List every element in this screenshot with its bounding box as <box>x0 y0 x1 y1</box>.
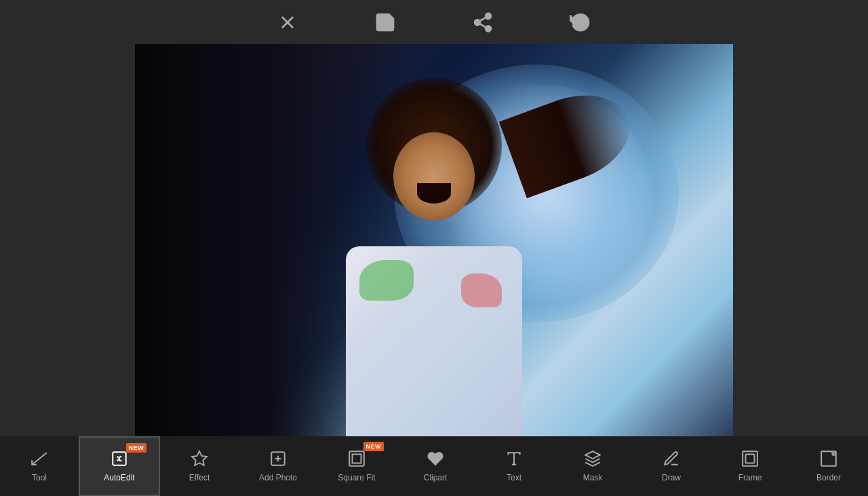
text-icon <box>505 450 523 470</box>
clipart-icon <box>427 450 444 470</box>
tool-squarefit[interactable]: NEW Square Fit <box>317 436 396 496</box>
draw-label: Draw <box>662 473 681 482</box>
close-button[interactable] <box>273 7 302 37</box>
border-label: Border <box>816 473 841 482</box>
svg-line-5 <box>479 24 486 27</box>
bottom-toolbar: Tool NEW AutoEdit Effect <box>0 436 868 496</box>
canvas-area <box>0 44 868 436</box>
face <box>393 132 475 221</box>
svg-rect-15 <box>353 455 361 463</box>
addphoto-label: Add Photo <box>259 473 297 482</box>
tool-addphoto[interactable]: Add Photo <box>239 436 317 496</box>
squarefit-icon <box>348 450 366 470</box>
svg-rect-19 <box>746 455 755 463</box>
frame-label: Frame <box>738 473 762 482</box>
clipart-label: Clipart <box>424 473 448 482</box>
tool-border[interactable]: Border <box>789 436 868 496</box>
share-button[interactable] <box>468 7 498 37</box>
svg-point-3 <box>475 20 480 25</box>
autoedit-label: AutoEdit <box>104 473 134 482</box>
frame-icon <box>741 450 759 470</box>
border-icon <box>820 450 837 470</box>
tool-text[interactable]: Text <box>475 436 553 496</box>
squarefit-new-badge: NEW <box>363 442 384 451</box>
tool-clipart[interactable]: Clipart <box>396 436 475 496</box>
tool-icon <box>31 450 48 470</box>
squarefit-label: Square Fit <box>338 473 375 482</box>
save-button[interactable] <box>370 7 400 37</box>
svg-rect-18 <box>743 451 757 466</box>
svg-line-6 <box>479 17 486 20</box>
addphoto-icon <box>269 450 287 470</box>
mask-icon <box>584 450 601 470</box>
svg-line-7 <box>32 453 47 464</box>
tool-frame[interactable]: Frame <box>711 436 789 496</box>
text-label: Text <box>507 473 521 482</box>
svg-point-4 <box>486 26 491 31</box>
shirt <box>346 246 522 436</box>
effect-icon <box>191 450 208 470</box>
photo-background <box>135 44 733 436</box>
dark-overlay-bottom <box>494 280 733 436</box>
mask-label: Mask <box>583 473 603 482</box>
autoedit-icon <box>111 450 128 470</box>
svg-marker-10 <box>192 451 207 465</box>
svg-point-2 <box>486 13 491 18</box>
undo-button[interactable] <box>566 7 595 37</box>
top-toolbar <box>0 0 868 44</box>
photo-container <box>135 44 733 436</box>
draw-icon <box>663 450 680 470</box>
svg-rect-14 <box>349 451 364 466</box>
autoedit-new-badge: NEW <box>126 443 147 453</box>
tool-effect[interactable]: Effect <box>160 436 239 496</box>
effect-label: Effect <box>189 473 210 482</box>
tool-label: Tool <box>32 473 47 482</box>
tool-tool[interactable]: Tool <box>0 436 79 496</box>
tool-draw[interactable]: Draw <box>632 436 711 496</box>
tool-mask[interactable]: Mask <box>553 436 632 496</box>
tool-autoedit[interactable]: NEW AutoEdit <box>79 436 160 496</box>
